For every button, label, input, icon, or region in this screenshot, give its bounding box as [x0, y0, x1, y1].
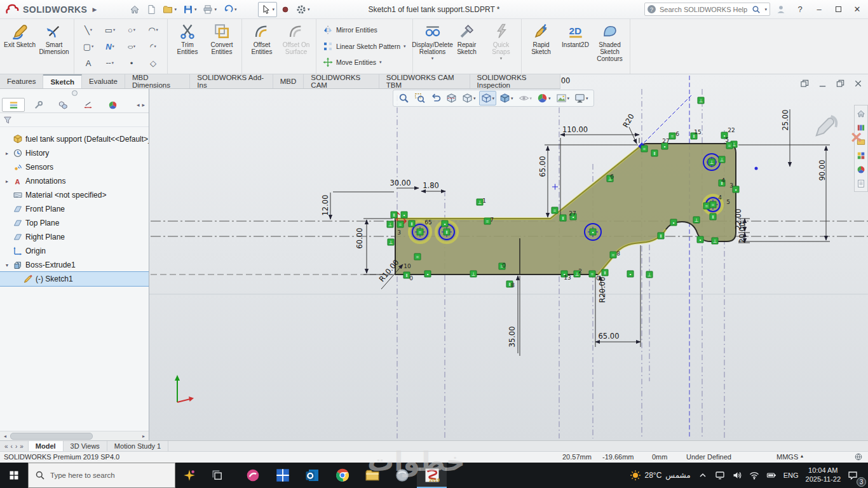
dropdown-caret-icon[interactable]: ▾ — [586, 96, 588, 101]
offset-on-surface-button[interactable]: Offset On Surface — [280, 21, 313, 71]
weather-widget[interactable]: 28°C مشمس — [630, 470, 691, 481]
taskbar-app-file-explorer[interactable] — [357, 463, 387, 488]
manager-tab-propertymanager[interactable] — [27, 98, 50, 112]
maximize-button[interactable] — [830, 2, 846, 17]
scroll-first-arrow[interactable]: « — [4, 443, 8, 450]
tree-item-top-plane[interactable]: Top Plane — [0, 216, 149, 230]
cascade-windows-icon[interactable] — [800, 79, 810, 88]
dropdown-caret-icon[interactable]: ▾ — [133, 27, 135, 32]
manager-tab-configurationmanager[interactable] — [51, 98, 74, 112]
doc-restore-icon[interactable] — [836, 79, 845, 88]
dropdown-caret-icon[interactable]: ▾ — [112, 44, 114, 49]
tree-item-sketch1[interactable]: (-) Sketch1 — [0, 272, 149, 286]
command-tab-solidworks-add-ins[interactable]: SOLIDWORKS Add-Ins — [190, 74, 273, 88]
expand-arrow-icon[interactable]: ▸ — [4, 151, 10, 156]
graphics-area[interactable]: ⊥=‖•⊥=‖•⊥=‖•⊥=‖•⊥=‖•⊥=‖•⊥=‖•⊥=‖•⊥=‖•⊥=‖•… — [149, 74, 868, 440]
taskbar-app-outlook[interactable] — [297, 463, 327, 488]
sketch-canvas[interactable] — [149, 74, 868, 440]
tree-item-origin[interactable]: Origin — [0, 244, 149, 258]
tree-item-front-plane[interactable]: Front Plane — [0, 202, 149, 216]
exit-sketch-button[interactable]: Exit Sketch — [3, 21, 36, 71]
offset-entities-button[interactable]: Offset Entities — [245, 21, 278, 71]
task-pane-appearances-scenes[interactable] — [856, 163, 866, 175]
undo-caret[interactable]: ▾ — [234, 7, 237, 12]
splitter-knob-icon[interactable] — [72, 90, 78, 96]
tree-item-sensors[interactable]: Sensors — [0, 160, 149, 174]
relations-caret[interactable]: ▾ — [431, 56, 434, 61]
language-indicator[interactable]: ENG — [783, 471, 799, 479]
dropdown-caret-icon[interactable]: ▾ — [156, 27, 158, 32]
command-tab-evaluate[interactable]: Evaluate — [82, 74, 125, 88]
display-style-button[interactable]: ▾ — [498, 91, 515, 105]
display-tray-icon[interactable] — [715, 470, 725, 480]
scroll-left-arrow[interactable]: ◂ — [1, 433, 9, 439]
tab-motion-study-1[interactable]: Motion Study 1 — [107, 441, 168, 451]
taskbar-app-solidworks-2019[interactable]: 2019 — [417, 463, 447, 488]
dropdown-caret-icon[interactable]: ▾ — [511, 96, 513, 101]
battery-icon[interactable] — [766, 470, 776, 480]
display-delete-relations-button[interactable]: Display/Delete Relations ▾ — [416, 21, 449, 71]
manager-tabs-scroll-left[interactable]: ◂ — [137, 102, 140, 108]
manager-tab-dimxpertmanager[interactable] — [76, 98, 99, 112]
rapid-sketch-button[interactable]: Rapid Sketch — [525, 21, 558, 71]
dropdown-caret-icon[interactable]: ▾ — [567, 96, 570, 101]
shaded-sketch-contours-button[interactable]: Shaded Sketch Contours — [593, 21, 627, 71]
sketch-tool-polygon[interactable]: ◇ — [142, 55, 164, 71]
mirror-entities-button[interactable]: Mirror Entities — [321, 22, 408, 37]
command-tab-features[interactable]: Features — [0, 74, 43, 88]
move-caret[interactable]: ▾ — [379, 60, 382, 65]
section-view-button[interactable] — [444, 91, 459, 105]
tree-filter-bar[interactable] — [0, 113, 149, 127]
dropdown-caret-icon[interactable]: ▾ — [90, 27, 92, 32]
record-button[interactable] — [278, 2, 292, 17]
status-units[interactable]: MMGS — [776, 453, 798, 461]
apply-scene-button[interactable]: ▾ — [554, 91, 572, 105]
start-button[interactable] — [0, 463, 28, 488]
confirm-exit-sketch-icon[interactable] — [811, 114, 841, 140]
view-orientation-button[interactable]: ▾ — [479, 91, 497, 105]
select-button[interactable]: ▾ — [258, 2, 277, 17]
tab-model[interactable]: Model — [29, 441, 64, 451]
dropdown-caret-icon[interactable]: ▾ — [530, 96, 532, 101]
edit-appearance-button[interactable]: ▾ — [535, 91, 553, 105]
command-tab-mbd[interactable]: MBD — [273, 74, 304, 88]
taskbar-app-pinned-app-pink[interactable] — [238, 463, 268, 488]
open-button[interactable]: ▾ — [160, 2, 179, 17]
zoom-to-fit-button[interactable] — [397, 91, 411, 105]
3d-drawing-view-button[interactable]: ▾ — [460, 91, 478, 105]
sketch-tool-circular-arc[interactable]: ◠▾ — [142, 22, 164, 38]
action-center-icon[interactable] — [848, 470, 858, 480]
clock-widget[interactable]: 10:04 AM 2025-11-22 — [806, 466, 841, 484]
taskbar-app-google-chrome[interactable] — [327, 463, 357, 488]
sketch-tool-straight-slot[interactable]: ▢▾ — [78, 38, 99, 55]
taskbar-app-pinned-app-gray[interactable] — [387, 463, 417, 488]
hide-show-items-button[interactable]: ▾ — [517, 91, 534, 105]
save-caret[interactable]: ▾ — [194, 7, 197, 12]
user-account-button[interactable] — [773, 2, 789, 17]
panel-splitter[interactable] — [0, 89, 149, 97]
sketch-tool-spline[interactable]: N▾ — [99, 38, 121, 55]
tray-overflow-icon[interactable] — [698, 470, 708, 480]
cancel-sketch-icon[interactable]: × — [851, 128, 862, 147]
dropdown-caret-icon[interactable]: ▾ — [492, 96, 495, 101]
pattern-caret[interactable]: ▾ — [403, 44, 406, 49]
minimize-button[interactable]: – — [811, 2, 827, 17]
sketch-tool-ellipse[interactable]: ○▾ — [121, 38, 142, 55]
help-search-input[interactable] — [658, 5, 749, 14]
doc-minimize-icon[interactable] — [818, 79, 827, 88]
wifi-icon[interactable] — [749, 470, 759, 480]
quick-snaps-button[interactable]: Quick Snaps ▾ — [485, 21, 518, 71]
manager-tabs-scroll-right[interactable]: ▸ — [142, 102, 145, 108]
manager-tab-displaymanager[interactable] — [101, 98, 124, 112]
command-tab-solidworks-inspection[interactable]: SOLIDWORKS Inspection — [470, 74, 560, 88]
volume-icon[interactable] — [732, 470, 742, 480]
sketch-tool-sketch-fillet[interactable]: ◜▾ — [142, 38, 164, 55]
command-tab-solidworks-cam-tbm[interactable]: SOLIDWORKS CAM TBM — [379, 74, 470, 88]
scroll-prev-arrow[interactable]: ‹ — [11, 443, 13, 450]
command-tab-solidworks-cam[interactable]: SOLIDWORKS CAM — [304, 74, 379, 88]
taskbar-search[interactable]: Type here to search — [28, 463, 175, 488]
options-button[interactable]: ▾ — [294, 2, 313, 17]
smart-dimension-button[interactable]: Smart Dimension — [37, 21, 71, 71]
doc-close-icon[interactable] — [853, 79, 863, 88]
search-caret[interactable]: ▾ — [764, 7, 767, 12]
